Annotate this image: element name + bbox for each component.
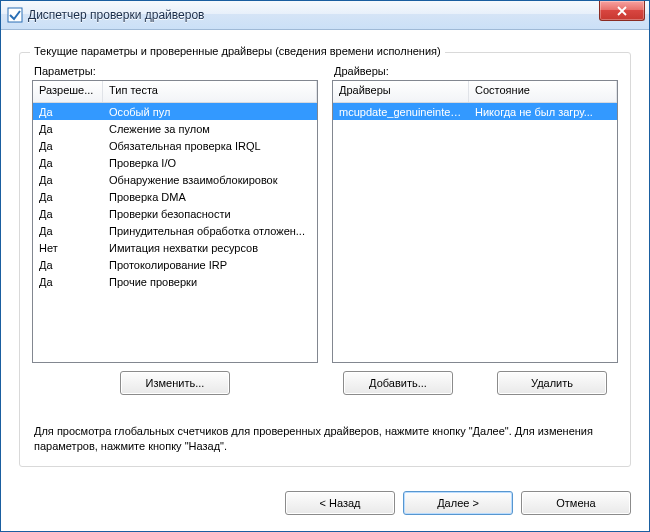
cell: Нет [33, 241, 103, 255]
hint-text: Для просмотра глобальных счетчиков для п… [34, 424, 616, 454]
table-row[interactable]: ДаСлежение за пулом [33, 120, 317, 137]
table-row[interactable]: ДаОбязательная проверка IRQL [33, 137, 317, 154]
cell: Проверка I/O [103, 156, 317, 170]
table-row[interactable]: ДаПринудительная обработка отложен... [33, 222, 317, 239]
params-button-row: Изменить... [32, 371, 318, 395]
params-column: Параметры: Разреше... Тип теста ДаОсобый… [32, 63, 318, 412]
cell: Особый пул [103, 105, 317, 119]
back-button[interactable]: < Назад [285, 491, 395, 515]
cell: Обнаружение взаимоблокировок [103, 173, 317, 187]
drivers-header-state[interactable]: Состояние [469, 81, 617, 102]
cell: Да [33, 224, 103, 238]
table-row[interactable]: ДаОбнаружение взаимоблокировок [33, 171, 317, 188]
cell: Да [33, 156, 103, 170]
table-row[interactable]: ДаПрочие проверки [33, 273, 317, 290]
cell: Принудительная обработка отложен... [103, 224, 317, 238]
cell: Да [33, 258, 103, 272]
cell: Обязательная проверка IRQL [103, 139, 317, 153]
cell: Никогда не был загру... [469, 105, 617, 119]
cell: mcupdate_genuineintel.dll [333, 105, 469, 119]
table-row[interactable]: ДаПроверки безопасности [33, 205, 317, 222]
table-row[interactable]: ДаОсобый пул [33, 103, 317, 120]
cell: Слежение за пулом [103, 122, 317, 136]
drivers-header: Драйверы Состояние [333, 81, 617, 103]
cell: Да [33, 207, 103, 221]
app-icon [7, 7, 23, 23]
cell: Проверка DMA [103, 190, 317, 204]
columns: Параметры: Разреше... Тип теста ДаОсобый… [32, 63, 618, 412]
params-header: Разреше... Тип теста [33, 81, 317, 103]
table-row[interactable]: ДаПроверка I/O [33, 154, 317, 171]
params-listview[interactable]: Разреше... Тип теста ДаОсобый пулДаСлеже… [32, 80, 318, 363]
params-body: ДаОсобый пулДаСлежение за пуломДаОбязате… [33, 103, 317, 362]
table-row[interactable]: НетИмитация нехватки ресурсов [33, 239, 317, 256]
cell: Да [33, 139, 103, 153]
cell: Да [33, 173, 103, 187]
drivers-header-driver[interactable]: Драйверы [333, 81, 469, 102]
change-button[interactable]: Изменить... [120, 371, 230, 395]
next-button[interactable]: Далее > [403, 491, 513, 515]
cell: Протоколирование IRP [103, 258, 317, 272]
footer: < Назад Далее > Отмена [1, 479, 649, 531]
settings-groupbox: Текущие параметры и проверенные драйверы… [19, 52, 631, 467]
cell: Проверки безопасности [103, 207, 317, 221]
table-row[interactable]: ДаПроверка DMA [33, 188, 317, 205]
dialog-body: Текущие параметры и проверенные драйверы… [1, 30, 649, 479]
cell: Прочие проверки [103, 275, 317, 289]
drivers-body: mcupdate_genuineintel.dllНикогда не был … [333, 103, 617, 362]
cancel-button[interactable]: Отмена [521, 491, 631, 515]
close-icon [617, 6, 627, 16]
table-row[interactable]: ДаПротоколирование IRP [33, 256, 317, 273]
table-row[interactable]: mcupdate_genuineintel.dllНикогда не был … [333, 103, 617, 120]
params-header-allowed[interactable]: Разреше... [33, 81, 103, 102]
cell: Да [33, 190, 103, 204]
groupbox-legend: Текущие параметры и проверенные драйверы… [30, 45, 445, 57]
close-button[interactable] [599, 1, 645, 21]
cell: Да [33, 275, 103, 289]
cell: Да [33, 122, 103, 136]
window: Диспетчер проверки драйверов Текущие пар… [0, 0, 650, 532]
params-label: Параметры: [34, 65, 318, 77]
drivers-listview[interactable]: Драйверы Состояние mcupdate_genuineintel… [332, 80, 618, 363]
window-title: Диспетчер проверки драйверов [28, 8, 204, 22]
drivers-column: Драйверы: Драйверы Состояние mcupdate_ge… [332, 63, 618, 412]
cell: Имитация нехватки ресурсов [103, 241, 317, 255]
params-header-test[interactable]: Тип теста [103, 81, 317, 102]
cell: Да [33, 105, 103, 119]
add-button[interactable]: Добавить... [343, 371, 453, 395]
drivers-button-row: Добавить... Удалить [332, 371, 618, 395]
titlebar: Диспетчер проверки драйверов [1, 1, 649, 30]
remove-button[interactable]: Удалить [497, 371, 607, 395]
drivers-label: Драйверы: [334, 65, 618, 77]
